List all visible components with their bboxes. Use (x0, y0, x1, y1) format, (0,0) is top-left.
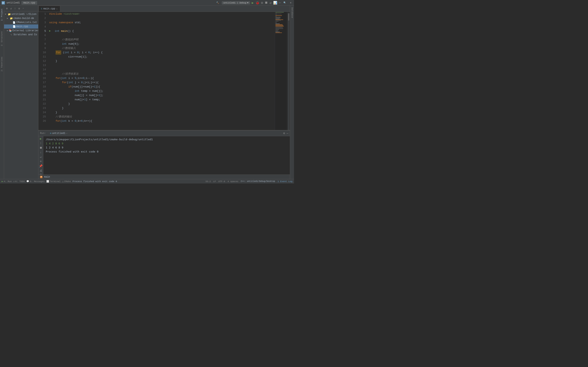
code-line-12: } (49, 59, 275, 63)
mm-18 (276, 26, 284, 26)
run-up-btn[interactable]: ↑ (39, 142, 43, 145)
run-tab-toolbar: ⚙ — (283, 132, 288, 135)
code-content[interactable]: #include <iostream> using namespace std;… (48, 12, 275, 130)
tree-item-cmakelists[interactable]: ▶ 📄 CMakeLists.txt (4, 20, 38, 25)
line9-indent (49, 46, 62, 50)
code-line-20: num[j] = num[j+1]; (49, 93, 275, 98)
debug-button[interactable]: 🐞 (255, 1, 259, 5)
code-line-25: //数组的输出 (49, 115, 275, 119)
tree-item-external-libs[interactable]: ▶ 📚 External Libraries (4, 29, 38, 33)
run-play-btn[interactable]: ▶ (39, 137, 43, 141)
settings-button[interactable]: ≡ (289, 1, 292, 4)
line21-rest: ] = temp; (86, 98, 100, 102)
tree-item-untitled1[interactable]: ▼ 📁 untitled1 ~/CLion (4, 12, 38, 16)
tree-item-main-cpp[interactable]: ▶ 📄 main.cpp (4, 25, 38, 29)
code-line-8: int num[6]; (49, 42, 275, 46)
app-icon: ▶ (2, 1, 5, 4)
line-ending[interactable]: LF (213, 180, 216, 183)
run-status-tab[interactable]: ▶ 4: Run (2, 180, 12, 183)
tab-close-icon[interactable]: ✕ (56, 8, 58, 10)
code-line-23: } (49, 106, 275, 110)
terminal-status-tab[interactable]: ⬜ Terminal (46, 180, 61, 183)
comment-9: //数组输入 (62, 46, 76, 50)
build-button[interactable]: ⚙ (261, 1, 263, 5)
cmake-folder-icon: 📁 (9, 17, 13, 20)
charset-info[interactable]: UTF-8 (218, 180, 225, 183)
line10-rest2: ; i++) { (90, 50, 103, 55)
project-panel-label[interactable]: 1: Project (0, 7, 3, 22)
run-nums-line: 1 4 2 8 6 9 (46, 142, 287, 146)
mm-3 (276, 14, 282, 14)
mm-11 (276, 20, 281, 21)
ln-3: 3 (38, 20, 46, 25)
code-line-19: int temp = num[j]; (49, 89, 275, 93)
bottom-area: Run: ⚙ untitled1 ✕ ⚙ — ▶ ↑ ⏹ ↓ (38, 130, 290, 179)
main-parens: () { (67, 29, 74, 33)
sidebar-collapse-icon[interactable]: ↺ (9, 7, 13, 10)
scrollbar[interactable] (287, 12, 290, 130)
line10-indent (49, 50, 56, 55)
sidebar-minimize-icon[interactable]: − (22, 7, 25, 10)
extra-button[interactable]: — (279, 1, 281, 5)
run-pin-btn[interactable]: 📌 (39, 164, 43, 168)
main-badge-label: main (44, 175, 50, 178)
project-icon: 📁 (8, 13, 11, 16)
run-config[interactable]: untitled1 | Debug ▼ (222, 1, 250, 4)
hammer-icon[interactable]: 🔨 (215, 1, 220, 4)
run-button[interactable]: ▶ (252, 1, 254, 5)
run-tab-close[interactable]: ✕ (66, 132, 67, 134)
tree-item-scratches[interactable]: ▶ ✎ Scratches and Co (4, 33, 38, 37)
code-line-22: } (49, 102, 275, 106)
title-bar-right: 🔨 untitled1 | Debug ▼ ▶ 🐞 ⚙ ⏹ ↺ 📊 — 🔍 ≡ (215, 1, 292, 5)
run-stop-btn[interactable]: ⏹ (39, 146, 43, 150)
run-output: /Users/simupper/CLionProjects/untitled1/… (43, 136, 290, 175)
scrollbar-thumb-el[interactable] (288, 13, 289, 21)
cmake-build-label: cmake-build-de (13, 17, 34, 20)
line17-indent (49, 80, 62, 85)
cmake-status-tab[interactable]: △ CMake (62, 180, 71, 183)
ln-6: 6 (38, 33, 46, 38)
run-wrap-btn[interactable]: ↵ (39, 155, 43, 159)
search-button[interactable]: 🔍 (282, 1, 287, 4)
favorites-panel-label[interactable]: 2: Favorites (0, 55, 3, 73)
mm-15 (276, 24, 280, 24)
run-down-btn[interactable]: ↓ (39, 151, 43, 154)
line5-indent (52, 29, 55, 33)
sidebar-settings-icon[interactable]: ⚙ (17, 7, 21, 10)
structure-panel-label[interactable]: 2: Structure (0, 30, 3, 47)
tree-item-cmake-build[interactable]: ▶ 📁 cmake-build-de (4, 16, 38, 20)
code-line-15: //排序徐算法 (49, 72, 275, 76)
main-badge-icon: m (40, 176, 43, 178)
sidebar-sort-icon[interactable]: ↕ (13, 7, 17, 10)
reload-button[interactable]: ↺ (269, 1, 272, 5)
cursor-position[interactable]: 33:2 (205, 180, 211, 183)
int-kw-19: int (75, 89, 79, 93)
ln-17: 17 (38, 80, 46, 85)
run-print-btn[interactable]: 🖨 (39, 169, 43, 172)
using-kw: using (49, 20, 57, 25)
main-cpp-label: main.cpp (16, 25, 28, 28)
run-close-icon[interactable]: — (287, 132, 288, 135)
ln-7: 7 (38, 38, 46, 42)
indent-info[interactable]: 4 spaces (228, 180, 238, 183)
code-line-2 (49, 16, 275, 20)
terminal-icon-status: ⬜ (46, 180, 49, 183)
title-file-tab[interactable]: main.cpp (21, 1, 37, 5)
title-bar: ▶ untitled1 main.cpp 🔨 untitled1 | Debug… (0, 0, 294, 6)
profile-button[interactable]: 📊 (273, 1, 277, 5)
scratches-label: Scratches and Co (13, 33, 37, 36)
code-line-16: for(int i = 5;i>=0;i--){ (49, 76, 275, 80)
code-line-10: for (int i = 0; i < 6; i++) { (49, 50, 275, 55)
messages-status-tab[interactable]: 💬 0: Messages (26, 180, 45, 183)
stop-button[interactable]: ⏹ (265, 1, 268, 5)
run-settings-icon[interactable]: ⚙ (283, 132, 285, 135)
run-filter-btn[interactable]: ≡ (39, 160, 43, 163)
project-info[interactable]: C++: untitled1/Debug/Desktop (241, 180, 275, 183)
sidebar-expand-icon[interactable]: ⊞ (5, 7, 9, 10)
main-cpp-tab[interactable]: C main.cpp ✕ (38, 6, 60, 12)
line20-rest: ]; (100, 93, 104, 98)
database-panel-label[interactable]: Database (290, 6, 294, 20)
run-tab-untitled1[interactable]: ⚙ untitled1 ✕ (48, 132, 69, 135)
todo-status-tab[interactable]: ☑ 6: TODO (13, 180, 25, 183)
event-log[interactable]: 1 Event Log (277, 180, 292, 183)
